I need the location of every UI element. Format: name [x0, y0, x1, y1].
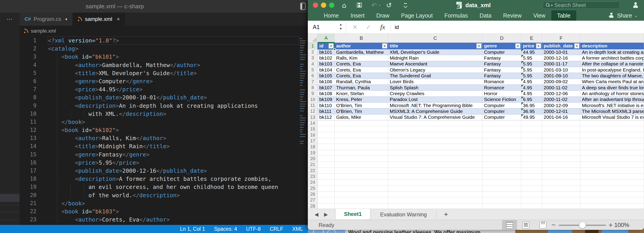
search-sheet-input[interactable]: ▾ Search Sheet — [543, 2, 620, 9]
row-header[interactable]: 9 — [308, 91, 318, 96]
empty-cell[interactable] — [521, 192, 542, 197]
column-header-F[interactable]: F — [542, 34, 580, 42]
empty-cell[interactable] — [388, 126, 482, 132]
empty-cell[interactable] — [482, 162, 521, 168]
code-line[interactable]: 6<genre>Computer</genre> — [20, 77, 308, 85]
empty-cell[interactable] — [318, 203, 334, 209]
cell[interactable]: Fantasy — [482, 61, 521, 67]
header-cell[interactable]: id▼ — [318, 43, 334, 49]
empty-cell[interactable] — [580, 203, 644, 209]
cell[interactable]: Fantasy — [482, 55, 521, 61]
line-number[interactable]: 10 — [20, 110, 36, 118]
cell[interactable]: bk101 — [318, 49, 334, 55]
cell[interactable]: Oberon's Legacy — [388, 67, 482, 73]
empty-cell[interactable] — [388, 120, 482, 126]
cell[interactable]: 2001-03-10 — [542, 67, 580, 73]
empty-cell[interactable] — [580, 138, 644, 144]
empty-cell[interactable] — [318, 168, 334, 174]
sheet-tab-evaluation-warning[interactable]: Evaluation Warning — [375, 209, 432, 220]
empty-cell[interactable] — [521, 126, 542, 132]
cell[interactable]: Microsoft Visual Studio 7 is ex — [580, 114, 644, 120]
cell[interactable]: bk105 — [318, 73, 334, 79]
spreadsheet-grid[interactable]: ABCDEF1id▼author▼title▼genre▼price▼publi… — [308, 34, 644, 209]
empty-cell[interactable] — [334, 156, 388, 162]
cell[interactable]: Fantasy — [482, 67, 521, 73]
empty-cell[interactable] — [542, 138, 580, 144]
empty-cell[interactable] — [334, 144, 388, 150]
select-all-corner[interactable] — [308, 34, 318, 42]
cell[interactable]: 36.95 — [521, 108, 542, 114]
empty-cell[interactable] — [580, 126, 644, 132]
undo-icon[interactable]: ↶ — [371, 0, 377, 10]
row-header[interactable]: 15 — [308, 126, 318, 132]
empty-cell[interactable] — [482, 150, 521, 156]
empty-cell[interactable] — [521, 180, 542, 185]
cell[interactable]: 5.95 — [521, 73, 542, 79]
cell[interactable]: Gambardella, Matthew — [334, 49, 388, 55]
row-header[interactable]: 25 — [308, 186, 318, 192]
cell[interactable]: Paradox Lost — [388, 97, 482, 102]
header-cell[interactable]: genre▼ — [482, 43, 521, 49]
cell[interactable]: 5.95 — [521, 61, 542, 67]
line-number[interactable]: 3 — [20, 53, 36, 61]
row-header[interactable]: 2 — [308, 49, 318, 55]
empty-cell[interactable] — [318, 138, 334, 144]
code-line[interactable]: 2<catalog> — [20, 44, 308, 53]
row-header[interactable]: 5 — [308, 67, 318, 73]
cell[interactable]: When Carla meets Paul at an — [580, 79, 644, 85]
code-line[interactable]: 1<?xml version="1.0"?> — [20, 36, 308, 44]
cell[interactable]: bk109 — [318, 97, 334, 102]
empty-cell[interactable] — [542, 144, 580, 150]
ribbon-tab-review[interactable]: Review — [497, 10, 528, 21]
account-icon[interactable] — [632, 2, 638, 8]
zoom-slider-handle[interactable] — [579, 222, 586, 228]
code-line[interactable]: 16<price>5.95</price> — [20, 158, 308, 167]
cell[interactable]: Kress, Peter — [334, 97, 388, 102]
cell[interactable]: Randall, Cynthia — [334, 79, 388, 85]
empty-cell[interactable] — [482, 174, 521, 180]
empty-cell[interactable] — [482, 197, 521, 203]
prev-sheet-icon[interactable]: ◀ — [314, 209, 318, 220]
header-cell[interactable]: description — [580, 43, 644, 49]
empty-cell[interactable] — [482, 126, 521, 132]
name-box-spinner[interactable]: ▲▼ — [339, 23, 342, 30]
empty-cell[interactable] — [334, 120, 388, 126]
filter-button[interactable]: ▼ — [382, 44, 387, 48]
empty-cell[interactable] — [388, 168, 482, 174]
empty-cell[interactable] — [318, 126, 334, 132]
empty-cell[interactable] — [334, 150, 388, 156]
empty-cell[interactable] — [334, 138, 388, 144]
empty-cell[interactable] — [580, 180, 644, 185]
line-number[interactable]: 2 — [20, 44, 36, 53]
empty-cell[interactable] — [482, 132, 521, 138]
cell[interactable]: O'Brien, Tim — [334, 108, 388, 114]
cell[interactable]: A deep sea diver finds true lov — [580, 85, 644, 91]
row-header[interactable]: 14 — [308, 120, 318, 126]
insert-function-icon[interactable]: fx — [380, 21, 385, 34]
layout-toggle-icon[interactable] — [300, 3, 306, 10]
line-number[interactable]: 18 — [20, 175, 36, 183]
formula-input[interactable]: id — [395, 21, 399, 34]
cell[interactable]: XML Developer's Guide — [388, 49, 482, 55]
minimize-window-button[interactable] — [321, 2, 326, 8]
row-header[interactable]: 28 — [308, 203, 318, 209]
line-number[interactable]: 7 — [20, 85, 36, 93]
empty-cell[interactable] — [334, 203, 388, 209]
line-number[interactable]: 22 — [20, 207, 36, 216]
ribbon-tab-table[interactable]: Table — [551, 10, 576, 21]
cell[interactable]: The Sundered Grail — [388, 73, 482, 79]
empty-cell[interactable] — [521, 120, 542, 126]
add-sheet-button[interactable]: + — [441, 209, 451, 220]
empty-cell[interactable] — [388, 180, 482, 185]
cell[interactable]: Ralls, Kim — [334, 55, 388, 61]
cell[interactable]: 2000-10-01 — [542, 49, 580, 55]
empty-cell[interactable] — [388, 203, 482, 209]
tab-sample-xml[interactable]: sample.xml × — [72, 12, 125, 26]
undo-dropdown-icon[interactable]: ▾ — [379, 0, 380, 10]
column-header-A[interactable]: A — [318, 34, 334, 42]
cell[interactable]: 49.95 — [521, 114, 542, 120]
line-number[interactable]: 9 — [20, 102, 36, 110]
empty-cell[interactable] — [521, 162, 542, 168]
cell[interactable]: 2000-12-01 — [542, 108, 580, 114]
cell[interactable]: bk112 — [318, 114, 334, 120]
